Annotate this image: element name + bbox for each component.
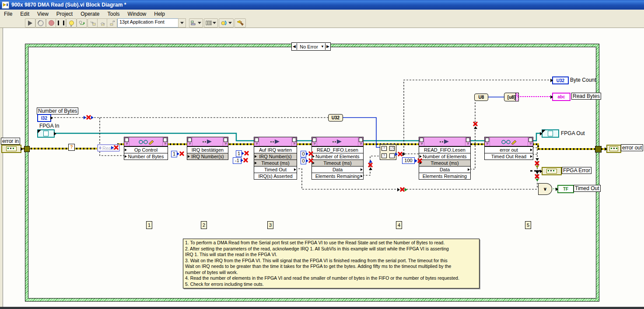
toolbar: 13pt Application Font [0, 18, 644, 28]
fpga-error-label[interactable]: FPGA Error [562, 167, 592, 174]
case-selector-label[interactable]: No Error [297, 44, 321, 49]
fpga-out-terminal[interactable] [542, 129, 559, 138]
run-continuous-button[interactable] [35, 18, 46, 28]
terminal-output-stub [54, 132, 56, 135]
error-corner-icon: !? [124, 142, 129, 146]
error-in-terminal[interactable] [1, 145, 21, 153]
node-irq-wait[interactable]: !? !? Auf IRQ warten IRQ Number(s) Timeo… [254, 137, 297, 180]
node-row[interactable]: Elements Remaining [419, 173, 470, 179]
font-selector-dropdown[interactable] [178, 18, 186, 28]
node-row[interactable]: Timeout (ms) [419, 160, 470, 166]
or-function[interactable]: ∨ [538, 183, 552, 195]
node-row[interactable]: error out [485, 146, 533, 153]
node-row[interactable]: Auf IRQ warten [254, 146, 297, 153]
menu-project[interactable]: Project [52, 10, 77, 18]
step-over-button[interactable] [97, 18, 108, 28]
ack-irq-number-constant[interactable]: 1 [171, 151, 177, 157]
node-irq-acknowledge[interactable]: !? !? IRQ bestätigen IRQ Number(s) [187, 137, 228, 160]
node-fifo-read-2[interactable]: !? !? READ_FIFO.Lesen Number of Elements… [419, 137, 471, 180]
node-row[interactable]: Timeout (ms) [312, 160, 363, 166]
abort-button[interactable] [46, 18, 56, 28]
font-selector[interactable]: 13pt Application Font [117, 18, 182, 28]
error-out-label[interactable]: error out [621, 144, 643, 151]
node-row[interactable]: IRQ bestätigen [187, 146, 228, 153]
case-dropdown-icon[interactable]: ▼ [321, 45, 324, 49]
title-bar: 900x 9870 DMA Read (Sub).vi Block Diagra… [0, 0, 644, 10]
menu-view[interactable]: View [33, 10, 52, 18]
run-button[interactable] [25, 18, 35, 28]
wait-irq-number-constant[interactable]: 1 [236, 150, 242, 157]
case-prev-icon[interactable]: ◀ [292, 43, 297, 50]
step-label-5[interactable]: 5 [525, 221, 531, 229]
node-row[interactable]: Timeout (ms) [254, 160, 297, 166]
node-row[interactable]: READ_FIFO.Lesen [312, 146, 363, 153]
fpga-in-label[interactable]: FPGA In [38, 123, 60, 129]
menu-edit[interactable]: Edit [16, 10, 33, 18]
node-row[interactable]: Data [419, 166, 470, 173]
question-probe[interactable]: ? [68, 144, 75, 151]
node-row[interactable]: IRQ Number(s) [254, 153, 297, 160]
wait-timeout-constant[interactable]: -1 [233, 157, 242, 164]
cleanup-diagram-button[interactable] [234, 18, 246, 28]
select-function[interactable]: ? ? [380, 144, 396, 160]
menu-operate[interactable]: Operate [77, 10, 103, 18]
node-row[interactable]: Timed Out Read [485, 153, 533, 160]
menu-tools[interactable]: Tools [104, 10, 124, 18]
node-row[interactable]: Timed Out [254, 166, 297, 173]
to-u8-conversion[interactable]: U8 [474, 94, 488, 101]
node-fifo-read-1[interactable]: !? !? READ_FIFO.Lesen Number of Elements… [312, 137, 364, 180]
case-next-icon[interactable]: ▶ [325, 43, 330, 50]
node-row[interactable]: Elements Remaining [312, 173, 363, 179]
number-of-bytes-terminal[interactable]: I32 [37, 114, 51, 122]
reorder-objects-button[interactable] [219, 18, 234, 28]
step-label-2[interactable]: 2 [201, 221, 207, 229]
node-row[interactable]: Op Control [124, 146, 168, 153]
error-input-tunnel[interactable] [24, 146, 30, 152]
byte-count-label[interactable]: Byte Count [569, 77, 597, 83]
retain-wire-values-button[interactable] [77, 18, 87, 28]
read-bytes-terminal[interactable]: abc [552, 93, 570, 101]
menu-file[interactable]: File [0, 10, 16, 18]
node-row[interactable]: Number of Bytes [124, 153, 168, 160]
distribute-objects-button[interactable] [204, 18, 218, 28]
fpga-error-terminal[interactable] [542, 167, 562, 175]
read-bytes-label[interactable]: Read Bytes [571, 93, 601, 100]
timed-out-label[interactable]: Timed Out [574, 185, 601, 192]
align-objects-button[interactable] [189, 18, 203, 28]
read-write-control-icon [137, 139, 155, 145]
step-label-1[interactable]: 1 [146, 221, 152, 229]
case-selector[interactable]: ◀ No Error ▼ ▶ [291, 42, 331, 51]
highlight-execution-button[interactable] [66, 18, 77, 28]
error-in-label[interactable]: error in [1, 138, 20, 145]
or-symbol: ∨ [543, 186, 547, 192]
step-into-button[interactable] [88, 18, 98, 28]
abort-icon [49, 20, 54, 26]
fifo2-timeout-constant[interactable]: 100 [402, 157, 415, 164]
step-out-button[interactable] [107, 18, 117, 28]
to-u32-conversion[interactable]: U32 [328, 114, 343, 122]
number-of-bytes-label[interactable]: Number of Bytes [37, 108, 78, 115]
menu-window[interactable]: Window [124, 10, 150, 18]
node-row[interactable]: IRQ(s) Asserted [254, 173, 297, 179]
error-out-terminal[interactable] [606, 145, 621, 153]
fpga-out-label[interactable]: FPGA Out [560, 130, 586, 136]
step-label-3[interactable]: 3 [267, 221, 273, 229]
node-error-read[interactable]: !? !? error out Timed Out Read [484, 137, 533, 160]
node-op-control[interactable]: !? !? Op Control Number of Bytes [124, 137, 168, 160]
node-row[interactable]: READ_FIFO.Lesen [419, 146, 470, 153]
node-row[interactable]: IRQ Number(s) [187, 153, 228, 160]
run-continuous-icon [36, 19, 45, 27]
byte-array-to-string-conversion[interactable]: [u8] [504, 93, 519, 101]
byte-count-terminal[interactable]: U32 [552, 76, 569, 84]
node-row[interactable]: Number of Elements [419, 153, 470, 160]
terminal-input-stub [556, 187, 558, 191]
pause-button[interactable] [56, 18, 66, 28]
fpga-in-terminal[interactable] [37, 129, 55, 138]
error-output-tunnel[interactable] [595, 146, 602, 153]
node-row[interactable]: Number of Elements [312, 153, 363, 160]
step-label-4[interactable]: 4 [396, 221, 402, 229]
node-row[interactable]: Data [312, 166, 363, 173]
menu-help[interactable]: Help [150, 10, 169, 18]
instructions-comment[interactable]: 1. To perform a DMA Read from the Serial… [183, 239, 480, 288]
timed-out-terminal[interactable]: TF [557, 185, 574, 193]
